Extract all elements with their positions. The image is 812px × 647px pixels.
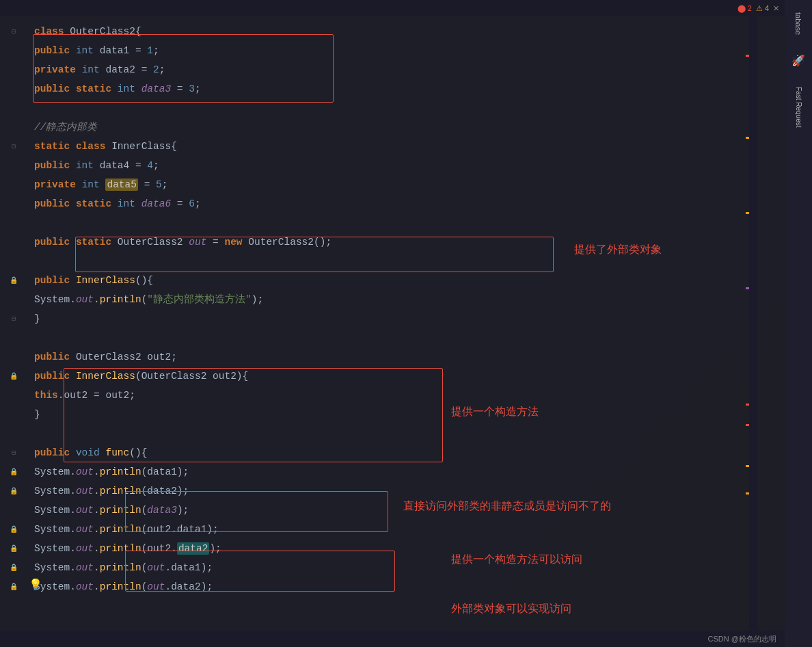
code-line-25: System.out.println(data3); <box>34 501 778 520</box>
code-line-28: System.out.println(out.data1); <box>34 558 778 577</box>
bottom-credit: CSDN @粉色的志明 <box>708 634 776 644</box>
gutter-space-15 <box>8 386 19 405</box>
gutter-space-9 <box>8 213 19 233</box>
gutter-lock-6: 🔒 <box>8 539 19 558</box>
warning-icon: ⚠ <box>756 4 763 13</box>
code-line-1: public int data1 = 1; <box>34 41 778 60</box>
bulb-icon[interactable]: 💡 <box>29 578 42 592</box>
code-line-7: public int data4 = 4; <box>34 156 778 175</box>
line-gutter: ⊟ ⊟ 🔒 ⊟ 🔒 ⊟ 🔒 🔒 🔒 🔒 🔒 🔒 <box>0 0 27 647</box>
code-line-17: public OuterClass2 out2; <box>34 347 778 367</box>
code-line-14: System.out.println("静态内部类构造方法"); <box>34 290 778 309</box>
gutter-lock-4: 🔒 <box>8 481 19 501</box>
gutter-lock-3: 🔒 <box>8 462 19 481</box>
gutter-space-7 <box>8 175 19 194</box>
code-line-9: public static int data6 = 6; <box>34 194 778 213</box>
code-line-26: System.out.println(out2.data1); <box>34 520 778 539</box>
error-badge[interactable]: ⬤ 2 <box>737 4 752 13</box>
gutter-lock-1: 🔒 <box>8 271 19 290</box>
gutter-space-3 <box>8 79 19 98</box>
top-status-bar: ⬤ 2 ⚠ 4 ✕ <box>0 0 785 16</box>
error-count: 2 <box>748 4 752 12</box>
gutter-lock-7: 🔒 <box>8 558 19 577</box>
gutter-space-2 <box>8 60 19 79</box>
code-line-6: static class InnerClass{ <box>34 137 778 156</box>
editor-scrollbar[interactable] <box>749 0 757 647</box>
code-line-23: System.out.println(data1); <box>34 462 778 481</box>
warning-badge[interactable]: ⚠ 4 <box>756 4 769 13</box>
close-badge[interactable]: ✕ <box>773 4 779 13</box>
code-line-18: public InnerClass(OuterClass2 out2){ <box>34 367 778 386</box>
gutter-space-17 <box>8 424 19 443</box>
close-icon: ✕ <box>773 4 779 13</box>
gutter-space-8 <box>8 194 19 213</box>
sidebar-tab-fast-request[interactable]: Fast Request <box>792 81 805 133</box>
gutter-space-16 <box>8 405 19 424</box>
code-line-3: public static int data3 = 3; <box>34 79 778 98</box>
gutter-fold-3[interactable]: ⊟ <box>8 309 19 328</box>
gutter-space-14 <box>8 347 19 367</box>
code-line-22: public void func(){ <box>34 443 778 462</box>
code-line-20: } <box>34 405 778 424</box>
gutter-space-12 <box>8 290 19 309</box>
code-line-8: private int data5 = 5; <box>34 175 778 194</box>
code-line-21 <box>34 424 778 443</box>
code-line-24: System.out.println(data2); <box>34 481 778 501</box>
code-line-2: private int data2 = 2; <box>34 60 778 79</box>
code-line-12 <box>34 252 778 271</box>
code-line-10 <box>34 213 778 233</box>
code-line-5: //静态内部类 <box>34 118 778 137</box>
code-line-11: public static OuterClass2 out = new Oute… <box>34 233 778 252</box>
gutter-space-4 <box>8 98 19 118</box>
editor-area: ⬤ 2 ⚠ 4 ✕ ⊟ ⊟ 🔒 ⊟ 🔒 ⊟ 🔒 <box>0 0 785 647</box>
sidebar-tab-tabase[interactable]: tabase <box>791 7 805 40</box>
gutter-lock-5: 🔒 <box>8 520 19 539</box>
gutter-space-5 <box>8 118 19 137</box>
right-sidebar: tabase 🚀 Fast Request <box>785 0 812 647</box>
code-line-4 <box>34 98 778 118</box>
code-line-16 <box>34 328 778 347</box>
gutter-space-1 <box>8 41 19 60</box>
code-area[interactable]: class OuterClass2{ public int data1 = 1;… <box>27 0 785 647</box>
gutter-space-6 <box>8 156 19 175</box>
code-line-0: class OuterClass2{ <box>34 22 778 41</box>
code-line-15: } <box>34 309 778 328</box>
gutter-lock-8: 🔒 <box>8 577 19 596</box>
gutter-fold-1[interactable]: ⊟ <box>8 22 19 41</box>
sidebar-fast-request-icon[interactable]: 🚀 <box>791 54 805 68</box>
code-line-19: this.out2 = out2; <box>34 386 778 405</box>
error-icon: ⬤ <box>737 4 746 13</box>
code-line-13: public InnerClass(){ <box>34 271 778 290</box>
bottom-bar: CSDN @粉色的志明 <box>0 631 785 647</box>
code-line-27: System.out.println(out2.data2); <box>34 539 778 558</box>
gutter-space-18 <box>8 501 19 520</box>
warning-count: 4 <box>765 4 769 12</box>
code-line-29: System.out.println(out.data2); <box>34 577 778 596</box>
gutter-fold-2[interactable]: ⊟ <box>8 137 19 156</box>
gutter-space-10 <box>8 233 19 252</box>
gutter-space-13 <box>8 328 19 347</box>
gutter-space-11 <box>8 252 19 271</box>
gutter-lock-2: 🔒 <box>8 367 19 386</box>
gutter-fold-4[interactable]: ⊟ <box>8 443 19 462</box>
